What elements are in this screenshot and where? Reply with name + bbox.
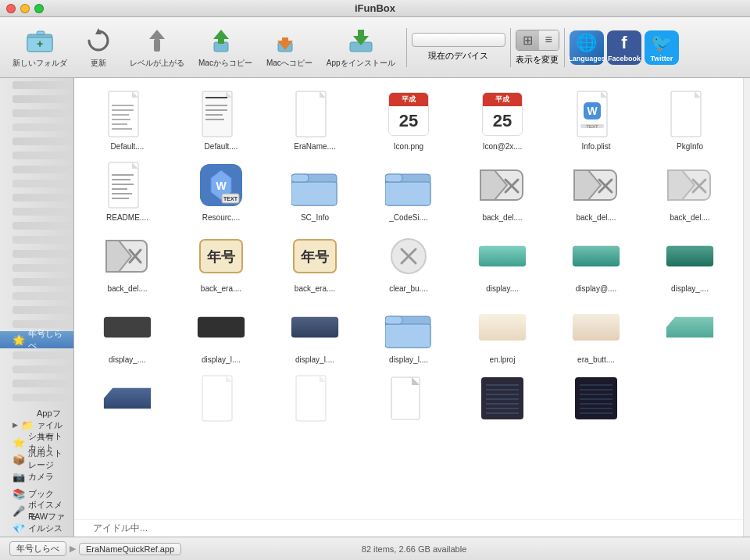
close-button[interactable] xyxy=(6,4,16,13)
facebook-button[interactable]: f Facebook xyxy=(607,30,641,65)
file-icon-display4 xyxy=(102,302,152,352)
twitter-button[interactable]: 🐦 Twitter xyxy=(645,30,679,65)
file-item-extra2[interactable] xyxy=(80,369,174,431)
copy-to-mac-button[interactable]: Macへコピー xyxy=(260,23,319,72)
svg-rect-85 xyxy=(666,246,713,266)
svg-rect-83 xyxy=(479,246,526,266)
file-item-scinfo[interactable]: SC_Info xyxy=(268,155,362,226)
file-icon-backdel1 xyxy=(477,160,527,210)
sidebar-item-nengou[interactable]: 🌟 年号しらべ xyxy=(0,331,73,348)
file-item-extra5[interactable] xyxy=(362,369,455,431)
device-dropdown[interactable] xyxy=(412,33,505,47)
file-item-backdel2[interactable]: back_del.... xyxy=(549,155,643,226)
file-icon-backdel4 xyxy=(102,231,152,281)
level-up-button[interactable]: レベルが上がる xyxy=(123,23,191,72)
refresh-button[interactable]: 更新 xyxy=(75,23,122,72)
svg-rect-56 xyxy=(291,174,309,182)
file-item-infoplist[interactable]: W TEXT Info.plist xyxy=(549,84,643,155)
file-label-backera1: back_era.... xyxy=(201,284,241,293)
file-item-displayl2[interactable]: display_l.... xyxy=(268,298,362,369)
file-item-backdel4[interactable]: back_del.... xyxy=(80,226,174,298)
svg-rect-41 xyxy=(109,162,138,208)
file-item-display3[interactable]: display_.... xyxy=(643,226,737,298)
svg-rect-39 xyxy=(671,91,701,137)
svg-rect-86 xyxy=(104,317,151,337)
file-label-erabutt2: era_butt.... xyxy=(577,355,615,364)
file-label-erabutt1: en.lproj xyxy=(490,355,516,364)
camera-icon: 📷 xyxy=(12,470,25,483)
svg-text:W: W xyxy=(587,105,598,117)
file-item-extra1[interactable] xyxy=(643,298,737,369)
sidebar-item-storage[interactable]: 📦 汎用ストレージ xyxy=(0,451,73,468)
file-item-backdel3[interactable]: back_del.... xyxy=(643,155,737,226)
file-item-extra6[interactable] xyxy=(455,369,549,431)
file-label-backera2: back_era.... xyxy=(295,284,335,293)
file-item-iconpng[interactable]: 平成 25 Icon.png xyxy=(362,84,455,155)
maximize-button[interactable] xyxy=(34,4,44,13)
file-item-enlproj[interactable]: display_l.... xyxy=(362,298,455,369)
install-app-button[interactable]: Appをインストール xyxy=(320,23,402,72)
list-view-button[interactable]: ≡ xyxy=(539,30,559,50)
file-item-backdel1[interactable]: back_del.... xyxy=(455,155,549,226)
file-item-extra4[interactable] xyxy=(268,369,362,431)
shortcuts-icon: ⭐ xyxy=(12,436,25,448)
sidebar-line-21 xyxy=(0,376,73,391)
file-item-erabutt1[interactable]: en.lproj xyxy=(455,298,549,369)
file-label-displayl1: display_l.... xyxy=(202,355,241,364)
file-icon-display2 xyxy=(571,231,621,281)
svg-rect-55 xyxy=(291,182,337,205)
file-label-display1: display.... xyxy=(486,284,519,293)
breadcrumb-item-1[interactable]: 年号しらべ xyxy=(9,541,66,556)
file-item-icon2x[interactable]: 平成 25 Icon@2x.... xyxy=(455,84,549,155)
file-item-backera1[interactable]: 年号 back_era.... xyxy=(174,226,268,298)
file-item-default1[interactable]: Default.... xyxy=(80,84,174,155)
file-item-eraname[interactable]: EraName.... xyxy=(268,84,362,155)
file-item-displayl1[interactable]: display_l.... xyxy=(174,298,268,369)
file-item-extra3[interactable] xyxy=(174,369,268,431)
copy-from-mac-button[interactable]: Macからコピー xyxy=(192,23,259,72)
file-label-eraname: EraName.... xyxy=(294,142,335,151)
file-icon-extra1 xyxy=(665,302,715,352)
sidebar-line-14 xyxy=(0,261,73,275)
file-item-default2[interactable]: Default.... xyxy=(174,84,268,155)
scrollbar[interactable] xyxy=(743,78,750,537)
file-item-readme[interactable]: README.... xyxy=(80,155,174,226)
file-item-extra7[interactable] xyxy=(549,369,643,431)
file-icon-displayl1 xyxy=(196,302,246,352)
svg-text:+: + xyxy=(37,37,43,50)
file-label-display2: display@.... xyxy=(576,284,616,293)
sidebar-item-camera[interactable]: 📷 カメラ xyxy=(0,468,73,485)
file-item-clearbtn[interactable]: clear_bu.... xyxy=(362,226,455,298)
file-item-erabutt2[interactable]: era_butt.... xyxy=(549,298,643,369)
sidebar-line-1 xyxy=(0,78,73,92)
file-item-pkginfo[interactable]: PkgInfo xyxy=(643,84,737,155)
file-label-iconpng: Icon.png xyxy=(394,142,423,151)
refresh-icon xyxy=(84,27,112,55)
toolbar-separator-2 xyxy=(510,28,511,67)
install-app-label: Appをインストール xyxy=(327,58,395,69)
file-item-resources[interactable]: W TEXT Resourc.... xyxy=(174,155,268,226)
sidebar-line-20 xyxy=(0,362,73,376)
sidebar-line-6 xyxy=(0,148,73,162)
new-folder-button[interactable]: + 新しいフォルダ xyxy=(6,23,73,72)
file-item-codesig[interactable]: _CodeSi.... xyxy=(362,155,455,226)
file-icon-extra7 xyxy=(571,373,621,423)
status-text: 82 items, 2.66 GB available xyxy=(362,544,467,554)
sidebar-item-raw-fs[interactable]: 💎 RAWファイルシステム xyxy=(0,519,73,537)
file-item-display2[interactable]: display@.... xyxy=(549,226,643,298)
svg-rect-59 xyxy=(385,174,402,182)
copy-from-mac-label: Macからコピー xyxy=(198,58,252,69)
minimize-button[interactable] xyxy=(20,4,30,13)
languages-button[interactable]: 🌐 Languages xyxy=(570,30,604,65)
voice-icon: 🎤 xyxy=(12,505,25,517)
file-item-backera2[interactable]: 年号 back_era.... xyxy=(268,226,362,298)
file-item-display1[interactable]: display.... xyxy=(455,226,549,298)
breadcrumb-item-2[interactable]: EraNameQuickRef.app xyxy=(79,543,181,555)
file-item-display4[interactable]: display_.... xyxy=(80,298,174,369)
grid-view-button[interactable]: ⊞ xyxy=(516,30,539,50)
file-icon-readme xyxy=(102,160,152,210)
sidebar-item-camera-label: カメラ xyxy=(28,471,54,483)
copy-to-mac-label: Macへコピー xyxy=(266,58,312,69)
file-icon-display3 xyxy=(665,231,715,281)
svg-text:年号: 年号 xyxy=(300,249,330,265)
